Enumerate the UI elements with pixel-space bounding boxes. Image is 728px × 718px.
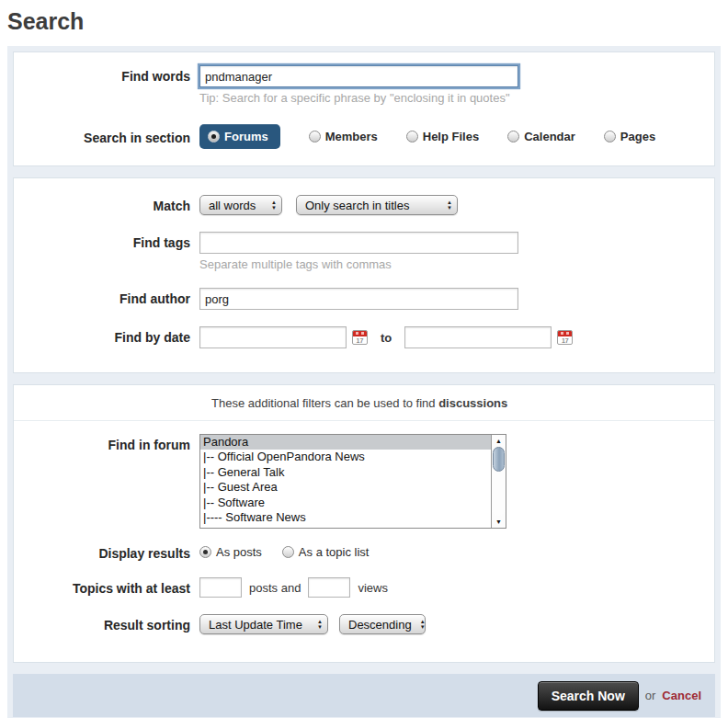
find-tags-label: Find tags — [14, 232, 199, 250]
topics-with-at-least-label: Topics with at least — [14, 577, 199, 596]
section-option-label: Members — [325, 130, 378, 143]
sort-direction-select[interactable]: Descending ▲▼ — [339, 614, 426, 634]
calendar-icon[interactable]: 17 — [557, 330, 573, 345]
scroll-up-icon[interactable]: ▲ — [492, 435, 506, 447]
radio-icon — [406, 131, 418, 142]
select-stepper-icon: ▲▼ — [317, 619, 323, 630]
listbox-scrollbar[interactable]: ▲ ▼ — [491, 435, 506, 528]
date-connector-text: to — [373, 331, 399, 345]
select-stepper-icon: ▲▼ — [420, 619, 426, 630]
display-as-posts-option[interactable]: As posts — [199, 545, 262, 559]
match-type-select[interactable]: all words ▲▼ — [199, 195, 282, 215]
result-sorting-row: Result sorting Last Update Time ▲▼ Desce… — [14, 614, 714, 634]
min-views-input[interactable] — [308, 577, 350, 598]
search-form: Find words Tip: Search for a specific ph… — [7, 46, 721, 718]
section-option-calendar[interactable]: Calendar — [507, 130, 575, 143]
radio-icon — [282, 546, 294, 558]
find-words-row: Find words Tip: Search for a specific ph… — [14, 65, 714, 105]
filters-header: These additional filters can be used to … — [14, 385, 714, 421]
result-sorting-label: Result sorting — [14, 614, 199, 633]
find-author-input[interactable] — [199, 288, 518, 310]
match-row: Match all words ▲▼ Only search in titles… — [14, 195, 714, 215]
sort-direction-value: Descending — [348, 618, 412, 632]
radio-icon — [604, 131, 616, 142]
find-in-forum-row: Find in forum Pandora |-- Official OpenP… — [14, 434, 714, 529]
date-from-input[interactable] — [199, 326, 347, 348]
find-tags-row: Find tags Separate multiple tags with co… — [14, 232, 714, 271]
form-footer-bar: Search Now or Cancel — [13, 674, 715, 717]
search-in-section-row: Search in section Forums Members Help Fi… — [14, 124, 714, 149]
find-words-label: Find words — [14, 65, 199, 84]
or-text: or — [645, 689, 656, 702]
display-results-label: Display results — [14, 545, 199, 561]
find-tags-input[interactable] — [199, 232, 518, 254]
radio-checked-icon — [208, 131, 220, 142]
select-stepper-icon: ▲▼ — [447, 199, 452, 211]
section-option-label: Calendar — [524, 130, 575, 143]
forum-option[interactable]: |-- General Talk — [200, 465, 491, 480]
cancel-link[interactable]: Cancel — [662, 689, 701, 702]
page-title: Search — [7, 8, 728, 35]
find-tags-hint: Separate multiple tags with commas — [199, 257, 714, 271]
forum-option[interactable]: |-- Official OpenPandora News — [200, 450, 491, 464]
radio-icon — [309, 131, 321, 142]
display-option-label: As posts — [216, 545, 262, 559]
scroll-down-icon[interactable]: ▼ — [492, 516, 506, 528]
search-now-button[interactable]: Search Now — [538, 681, 639, 711]
forum-option[interactable]: Pandora — [200, 435, 491, 450]
title-scope-value: Only search in titles — [305, 199, 409, 212]
section-option-forums[interactable]: Forums — [199, 124, 280, 149]
radio-checked-icon — [199, 546, 211, 558]
find-in-forum-label: Find in forum — [14, 434, 199, 452]
find-author-label: Find author — [14, 288, 199, 306]
display-results-row: Display results As posts As a topic list — [14, 545, 714, 561]
forum-option[interactable]: |---- Software News — [200, 510, 491, 525]
sort-key-select[interactable]: Last Update Time ▲▼ — [199, 614, 328, 634]
find-words-input[interactable] — [199, 65, 518, 87]
find-author-row: Find author — [14, 288, 714, 310]
title-scope-select[interactable]: Only search in titles ▲▼ — [296, 195, 458, 215]
forum-option[interactable]: |-- Software — [200, 496, 491, 510]
keywords-panel: Find words Tip: Search for a specific ph… — [13, 51, 715, 166]
sort-key-value: Last Update Time — [209, 618, 302, 632]
display-option-label: As a topic list — [299, 545, 370, 559]
scrollbar-thumb[interactable] — [493, 447, 505, 472]
find-by-date-row: Find by date 17 to 17 — [14, 326, 714, 348]
section-option-help-files[interactable]: Help Files — [406, 130, 479, 143]
search-in-section-label: Search in section — [14, 124, 199, 145]
select-stepper-icon: ▲▼ — [271, 199, 277, 211]
display-as-topic-list-option[interactable]: As a topic list — [282, 545, 370, 559]
forum-option[interactable]: |-- Guest Area — [200, 480, 491, 495]
topics-with-at-least-row: Topics with at least posts and views — [14, 577, 714, 598]
radio-icon — [507, 131, 519, 142]
section-option-members[interactable]: Members — [309, 130, 378, 143]
section-option-label: Forums — [224, 130, 268, 143]
calendar-icon[interactable]: 17 — [352, 330, 368, 345]
date-to-input[interactable] — [404, 326, 552, 348]
section-option-label: Pages — [620, 130, 655, 143]
criteria-panel: Match all words ▲▼ Only search in titles… — [13, 177, 715, 373]
forum-listbox[interactable]: Pandora |-- Official OpenPandora News |-… — [199, 434, 506, 529]
min-posts-input[interactable] — [199, 577, 242, 598]
find-by-date-label: Find by date — [14, 326, 199, 345]
section-option-pages[interactable]: Pages — [604, 130, 655, 143]
match-label: Match — [14, 195, 199, 213]
match-type-value: all words — [209, 199, 256, 212]
find-words-tip: Tip: Search for a specific phrase by "en… — [199, 91, 714, 105]
filters-panel: These additional filters can be used to … — [13, 384, 715, 663]
views-text: views — [350, 581, 395, 595]
posts-and-text: posts and — [242, 581, 308, 595]
section-option-label: Help Files — [423, 130, 479, 143]
